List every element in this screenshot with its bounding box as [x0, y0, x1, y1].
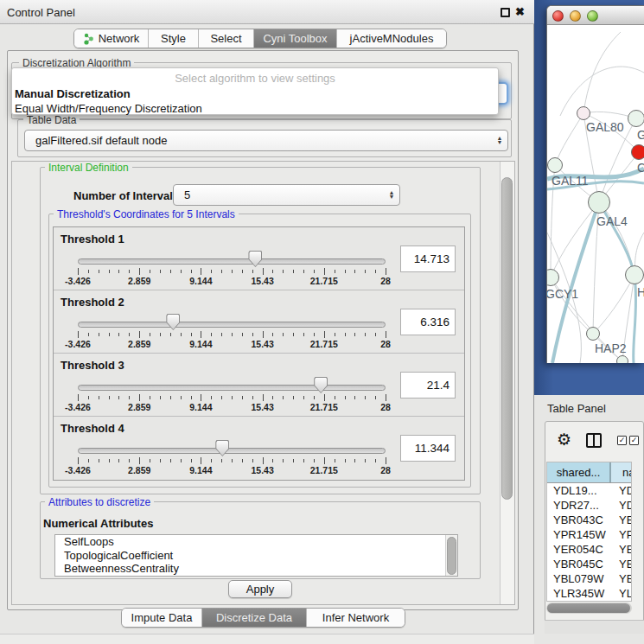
- table-row[interactable]: YDL19...YDL19: [547, 483, 631, 498]
- slider-tick: [283, 270, 284, 273]
- shared-name-cell: YBL079W: [547, 571, 611, 586]
- popup-option-equal-width[interactable]: Equal Width/Frequency Discretization: [12, 101, 498, 116]
- slider-tick: [109, 270, 110, 273]
- slider-tick: [365, 270, 366, 273]
- table-row[interactable]: YIL052CYIL05: [547, 601, 631, 602]
- slider-tick: [335, 459, 335, 462]
- shared-name-cell: YER054C: [547, 542, 611, 557]
- network-node-h[interactable]: [625, 265, 644, 284]
- settings-scrollbar-thumb[interactable]: [501, 177, 513, 500]
- slider-tick: [170, 396, 171, 399]
- tab-infer-network[interactable]: Infer Network: [307, 609, 405, 627]
- table-row[interactable]: YBR045CYBR04: [547, 557, 631, 571]
- table-data-combo-value: galFiltered.sif default node: [25, 134, 492, 147]
- slider-track[interactable]: [78, 322, 386, 328]
- table-row[interactable]: YER054CYER05: [547, 542, 631, 557]
- tab-label: Select: [210, 32, 241, 45]
- apply-button[interactable]: Apply: [228, 580, 292, 598]
- column-layout-icon[interactable]: [586, 433, 602, 448]
- network-node-gal11[interactable]: [547, 157, 563, 173]
- column-header-name[interactable]: na: [611, 462, 631, 482]
- network-canvas[interactable]: GAL80GACGAL11GAL4GCY1HHAP2: [547, 25, 644, 363]
- slider-tick-label: -3.426: [59, 276, 97, 286]
- attr-list-scrollbar-thumb[interactable]: [447, 537, 456, 575]
- network-node-gal80[interactable]: [577, 106, 590, 120]
- node-label: GAL11: [552, 174, 589, 188]
- slider-track[interactable]: [78, 258, 386, 265]
- table-row[interactable]: YPR145WYPR14: [547, 527, 631, 542]
- table-row[interactable]: YDR27...YDR27: [547, 498, 631, 513]
- close-icon[interactable]: ✖: [515, 5, 525, 18]
- attribute-list-item[interactable]: BetweennessCentrality: [55, 562, 457, 576]
- table-data-combo[interactable]: galFiltered.sif default node ▲▼: [24, 130, 508, 151]
- slider-tick: [211, 459, 212, 462]
- network-node-hap2[interactable]: [586, 327, 600, 341]
- slider-tick: [293, 333, 294, 336]
- gear-icon[interactable]: ⚙: [557, 430, 571, 450]
- slider-tick: [201, 394, 201, 401]
- numerical-attributes-list[interactable]: SelfLoopsTopologicalCoefficientBetweenne…: [54, 534, 458, 577]
- slider-tick: [354, 459, 355, 462]
- node-table[interactable]: shared... na YDL19...YDL19YDR27...YDR27Y…: [546, 462, 632, 602]
- table-row[interactable]: YBL079WYBL07: [547, 571, 631, 586]
- slider-tick: [88, 333, 89, 336]
- minimize-traffic-light-icon[interactable]: [570, 10, 581, 22]
- shared-name-cell: YPR145W: [547, 527, 611, 542]
- tab-label: Infer Network: [322, 611, 389, 624]
- network-node-gal4[interactable]: [588, 191, 610, 214]
- threshold-value-field[interactable]: 14.713: [400, 245, 456, 272]
- slider-track[interactable]: [78, 385, 386, 391]
- slider-thumb[interactable]: [314, 377, 328, 393]
- slider-tick-label: 28: [367, 276, 405, 286]
- slider-tick: [335, 270, 335, 273]
- threshold-value-field[interactable]: 6.316: [400, 309, 456, 335]
- table-hscrollbar-track[interactable]: [546, 603, 632, 614]
- attribute-list-item[interactable]: SelfLoops: [55, 535, 457, 549]
- slider-tick-label: 15.43: [244, 339, 282, 349]
- tab-network[interactable]: Network: [74, 29, 149, 48]
- slider-thumb[interactable]: [166, 314, 180, 330]
- network-node-ga[interactable]: [628, 110, 644, 127]
- slider-tick: [375, 396, 376, 399]
- network-node-c[interactable]: [631, 144, 644, 160]
- slider-thumb[interactable]: [215, 440, 229, 456]
- tab-discretize-data[interactable]: Discretize Data: [202, 609, 307, 627]
- attribute-list-item[interactable]: TopologicalCoefficient: [55, 549, 457, 563]
- threshold-value-field[interactable]: 21.4: [400, 372, 456, 399]
- slider-tick: [160, 396, 161, 399]
- float-window-icon[interactable]: [501, 8, 510, 17]
- close-traffic-light-icon[interactable]: [552, 10, 564, 22]
- slider-tick: [293, 459, 294, 462]
- slider-tick: [170, 459, 171, 462]
- checkbox-icon[interactable]: ✓: [629, 436, 639, 445]
- attr-list-scrollbar-track[interactable]: [445, 535, 457, 576]
- num-intervals-combo[interactable]: 5 ▲▼: [173, 184, 400, 206]
- slider-tick-label: 2.859: [120, 276, 158, 286]
- popup-prompt: Select algorithm to view settings: [12, 71, 498, 86]
- table-row[interactable]: YLR345WYLR34: [547, 586, 631, 601]
- table-hscrollbar-thumb[interactable]: [547, 603, 630, 613]
- name-cell: YBL07: [611, 571, 631, 586]
- slider-tick: [272, 396, 273, 399]
- shared-name-cell: YLR345W: [547, 586, 611, 601]
- column-header-shared-name[interactable]: shared...: [547, 462, 611, 482]
- tab-select[interactable]: Select: [199, 29, 254, 48]
- slider-track[interactable]: [78, 448, 386, 454]
- slider-tick-label: 2.859: [120, 402, 158, 412]
- tab-jactivemnodules[interactable]: jActiveMNodules: [337, 29, 446, 48]
- name-cell: YDR27: [611, 498, 631, 513]
- slider-tick-label: 15.43: [244, 276, 282, 286]
- slider-thumb[interactable]: [248, 251, 262, 267]
- popup-option-manual[interactable]: Manual Discretization: [12, 86, 498, 101]
- attributes-group-title: Attributes to discretize: [45, 496, 154, 508]
- tab-cyni-toolbox[interactable]: Cyni Toolbox: [254, 29, 337, 48]
- threshold-row: Threshold 2-3.4262.8599.14415.4321.71528…: [54, 290, 464, 354]
- checkbox-icon[interactable]: ✓: [617, 436, 627, 445]
- zoom-traffic-light-icon[interactable]: [587, 10, 598, 22]
- threshold-value-field[interactable]: 11.344: [400, 435, 456, 462]
- tab-style[interactable]: Style: [149, 29, 199, 48]
- slider-tick: [118, 270, 119, 273]
- tab-impute-data[interactable]: Impute Data: [122, 609, 202, 627]
- network-node[interactable]: [616, 355, 628, 363]
- table-row[interactable]: YBR043CYBR04: [547, 513, 631, 527]
